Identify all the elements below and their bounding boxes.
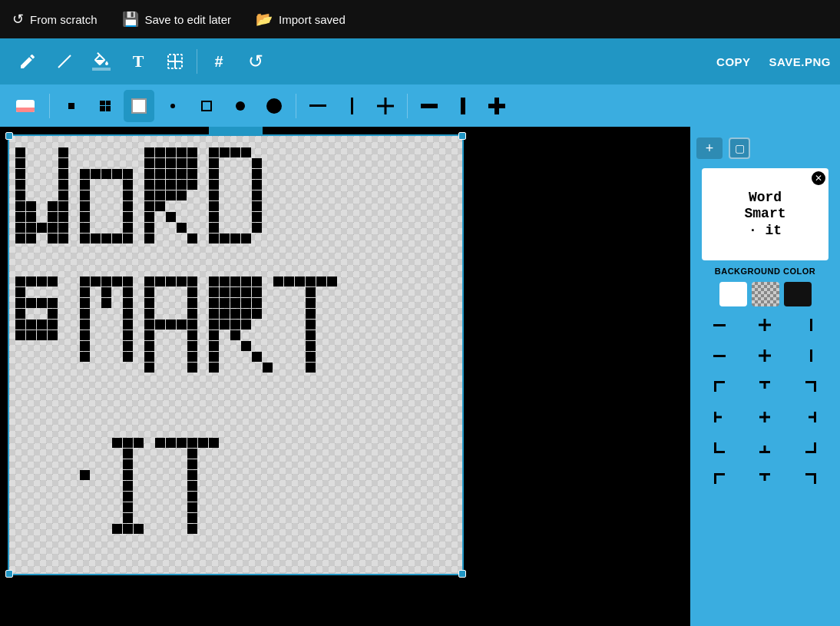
copy-button[interactable]: Copy bbox=[716, 55, 751, 68]
pattern-row-6 bbox=[696, 466, 834, 491]
color-transparent-swatch[interactable] bbox=[752, 282, 779, 306]
color-black-swatch[interactable] bbox=[784, 282, 812, 306]
pattern-corner-tr[interactable] bbox=[795, 374, 826, 399]
save-png-button[interactable]: Save.png bbox=[769, 55, 831, 68]
canvas-area[interactable] bbox=[0, 127, 690, 626]
corner-tr-icon bbox=[805, 381, 816, 392]
brush-line-v[interactable] bbox=[336, 90, 367, 122]
brush-line-v-lg[interactable] bbox=[448, 90, 478, 122]
save-edit-icon: 💾 bbox=[122, 11, 139, 28]
pipe-icon-1 bbox=[810, 319, 812, 331]
text-icon: T bbox=[133, 51, 144, 71]
grid-tool[interactable]: # bbox=[200, 43, 237, 80]
move-handle[interactable] bbox=[209, 127, 263, 134]
corner-tl-icon-2 bbox=[714, 473, 725, 484]
import-saved-icon: 📂 bbox=[256, 11, 273, 28]
square-small-icon bbox=[68, 103, 74, 109]
pattern-cell-minus-1[interactable] bbox=[704, 313, 735, 337]
canvas-wrapper bbox=[8, 134, 464, 575]
line-tool[interactable] bbox=[46, 43, 83, 80]
brush-separator-2 bbox=[296, 94, 296, 118]
handle-bottom-right[interactable] bbox=[458, 570, 466, 578]
handle-bottom-left[interactable] bbox=[5, 570, 13, 578]
pattern-row-3 bbox=[696, 374, 834, 399]
corner-bm-icon bbox=[759, 442, 770, 453]
pattern-side-right[interactable] bbox=[795, 405, 826, 429]
brush-line-h-lg[interactable] bbox=[414, 90, 445, 122]
pattern-cell-pipe-2[interactable] bbox=[795, 343, 826, 368]
frame-view-button[interactable]: ▢ bbox=[729, 137, 750, 159]
minus-icon-2 bbox=[713, 355, 726, 357]
pattern-row-4 bbox=[696, 405, 834, 429]
brush-sq-outline[interactable] bbox=[191, 90, 222, 122]
brush-sq-white[interactable] bbox=[124, 90, 154, 122]
brush-sq-sm[interactable] bbox=[56, 90, 87, 122]
color-white-swatch[interactable] bbox=[719, 282, 747, 306]
eraser-tool[interactable] bbox=[8, 90, 43, 122]
undo-icon: ↺ bbox=[248, 51, 263, 72]
pencil-tool[interactable] bbox=[9, 43, 46, 80]
square-white-icon bbox=[131, 98, 147, 114]
pattern-corner-tl[interactable] bbox=[704, 374, 735, 399]
brush-dot-lg[interactable] bbox=[259, 90, 289, 122]
pattern-center-cross[interactable] bbox=[749, 405, 780, 429]
nav-save-edit[interactable]: 💾 Save to edit later bbox=[122, 11, 232, 28]
pattern-cell-pipe-1[interactable] bbox=[795, 313, 826, 337]
side-right-icon bbox=[805, 412, 816, 422]
add-frame-button[interactable]: + bbox=[696, 137, 723, 159]
dot-medium-icon bbox=[236, 101, 245, 111]
preview-thumbnail[interactable]: ✕ WordSmart· it bbox=[702, 168, 828, 260]
brush-dot-sm[interactable] bbox=[157, 90, 188, 122]
pattern-corner-bl[interactable] bbox=[704, 436, 735, 460]
brush-bar bbox=[0, 84, 840, 127]
close-thumbnail-button[interactable]: ✕ bbox=[812, 171, 825, 185]
hash-icon: # bbox=[214, 53, 223, 71]
color-swatches-row bbox=[696, 282, 834, 306]
corner-tm-icon bbox=[759, 381, 770, 392]
nav-import-saved[interactable]: 📂 Import saved bbox=[256, 11, 346, 28]
pattern-corner-tm[interactable] bbox=[749, 374, 780, 399]
corner-tm-icon-2 bbox=[759, 473, 770, 484]
brush-plus-sm[interactable] bbox=[370, 90, 401, 122]
pattern-row-1 bbox=[696, 313, 834, 337]
from-scratch-icon: ↺ bbox=[12, 11, 24, 28]
import-saved-label: Import saved bbox=[279, 13, 346, 26]
pattern-corner-tm-2[interactable] bbox=[749, 466, 780, 491]
pattern-row-2 bbox=[696, 343, 834, 368]
panel-top-bar: + ▢ bbox=[696, 134, 834, 162]
svg-line-0 bbox=[58, 55, 71, 68]
minus-icon-1 bbox=[713, 324, 726, 326]
pattern-corner-bm[interactable] bbox=[749, 436, 780, 460]
handle-top-right[interactable] bbox=[458, 132, 466, 140]
brush-separator-3 bbox=[407, 94, 408, 118]
fill-tool[interactable] bbox=[83, 43, 120, 80]
corner-tr-icon-2 bbox=[805, 473, 816, 484]
corner-br-icon bbox=[805, 442, 816, 453]
plus-icon-1 bbox=[759, 319, 771, 331]
brush-sq-grid[interactable] bbox=[90, 90, 121, 122]
undo-button[interactable]: ↺ bbox=[237, 43, 274, 80]
pattern-cell-plus-1[interactable] bbox=[749, 313, 780, 337]
handle-top-left[interactable] bbox=[5, 132, 13, 140]
brush-plus-lg[interactable] bbox=[481, 90, 512, 122]
preview-text: WordSmart· it bbox=[744, 190, 785, 240]
dot-large-icon bbox=[266, 98, 282, 114]
square-grid-icon bbox=[100, 101, 111, 111]
pattern-side-left[interactable] bbox=[704, 405, 735, 429]
pattern-cell-plus-2[interactable] bbox=[749, 343, 780, 368]
nav-from-scratch[interactable]: ↺ From scratch bbox=[12, 11, 98, 28]
select-tool[interactable] bbox=[157, 43, 193, 80]
brush-dot-md[interactable] bbox=[225, 90, 256, 122]
pattern-cell-minus-2[interactable] bbox=[704, 343, 735, 368]
pattern-corner-br[interactable] bbox=[795, 436, 826, 460]
pattern-corner-tl-2[interactable] bbox=[704, 466, 735, 491]
text-tool[interactable]: T bbox=[120, 43, 157, 80]
corner-bl-icon bbox=[714, 442, 725, 453]
pixel-canvas[interactable] bbox=[9, 136, 462, 574]
corner-tl-icon bbox=[714, 381, 725, 392]
brush-line-h[interactable] bbox=[303, 90, 333, 122]
save-edit-label: Save to edit later bbox=[145, 13, 232, 26]
toolbar-right: Copy Save.png bbox=[716, 55, 831, 68]
line-v-icon bbox=[351, 98, 353, 114]
pattern-corner-tr-2[interactable] bbox=[795, 466, 826, 491]
